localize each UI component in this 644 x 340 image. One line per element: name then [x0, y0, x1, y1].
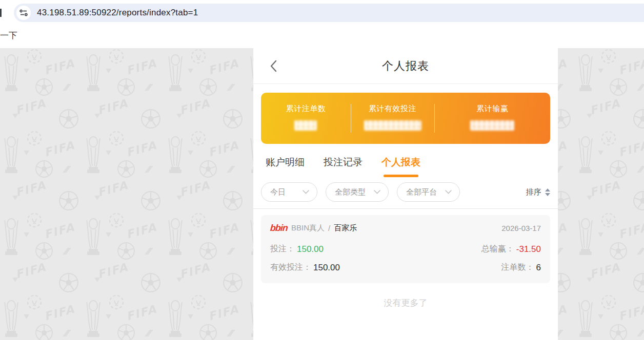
masked-value	[364, 120, 421, 131]
page-title: 个人报表	[253, 58, 558, 74]
filter-row: 今日 全部类型 全部平台 排序	[253, 177, 558, 209]
panel-header: 个人报表	[253, 48, 558, 84]
url-text[interactable]: 43.198.51.89:50922/reports/index?tab=1	[37, 8, 198, 18]
bet-value: 150.00	[297, 244, 324, 254]
browser-top-strip: 43.198.51.89:50922/reports/index?tab=1 一…	[0, 0, 644, 48]
bet-label: 投注：	[270, 244, 295, 254]
provider-info: bbin BBIN真人 / 百家乐	[270, 223, 357, 233]
report-row-card[interactable]: bbin BBIN真人 / 百家乐 2026-03-17 投注： 150.00 …	[261, 215, 550, 283]
win-loss-label: 总输赢：	[481, 244, 514, 254]
bet-count-label: 注单数：	[501, 262, 534, 273]
clipped-edge-fragment	[0, 9, 2, 17]
type-filter-label: 全部类型	[335, 187, 366, 197]
chevron-down-icon	[374, 190, 380, 194]
tab-bet-records[interactable]: 投注记录	[324, 156, 363, 177]
tab-personal-report[interactable]: 个人报表	[381, 156, 420, 177]
date-filter-label: 今日	[270, 187, 286, 197]
stat-valid-bets: 累计有效投注	[351, 104, 435, 133]
masked-value	[470, 120, 514, 131]
separator: /	[328, 224, 330, 232]
sort-button[interactable]: 排序	[526, 187, 550, 197]
report-date: 2026-03-17	[501, 224, 541, 232]
valid-bet-label: 有效投注：	[270, 262, 311, 273]
platform-filter-label: 全部平台	[406, 187, 437, 197]
stat-total-bets: 累计注单数	[261, 104, 351, 133]
valid-bet-value: 150.00	[313, 263, 340, 273]
report-list: bbin BBIN真人 / 百家乐 2026-03-17 投注： 150.00 …	[253, 209, 558, 309]
sort-label: 排序	[526, 187, 541, 197]
platform-filter-dropdown[interactable]: 全部平台	[397, 182, 460, 202]
bbin-logo: bbin	[270, 223, 288, 233]
stats-divider	[434, 104, 435, 133]
stat-label: 累计注单数	[261, 104, 351, 114]
address-bar[interactable]: 43.198.51.89:50922/reports/index?tab=1	[14, 4, 644, 22]
site-controls-icon[interactable]	[16, 6, 31, 20]
provider-name: BBIN真人	[291, 223, 325, 233]
masked-value	[294, 120, 317, 131]
personal-report-panel: 个人报表 累计注单数 累计有效投注 累计输赢 账户明细 投注记录 个人报表 今日	[253, 48, 558, 340]
bet-count-value: 6	[536, 263, 541, 273]
tab-account-details[interactable]: 账户明细	[266, 156, 305, 177]
stat-label: 累计输赢	[434, 104, 550, 114]
stats-divider	[351, 104, 351, 133]
date-filter-dropdown[interactable]: 今日	[261, 182, 317, 202]
type-filter-dropdown[interactable]: 全部类型	[326, 182, 389, 202]
win-loss-value: -31.50	[516, 244, 541, 254]
stat-label: 累计有效投注	[351, 104, 435, 114]
list-end-text: 没有更多了	[261, 297, 550, 309]
tab-bar: 账户明细 投注记录 个人报表	[253, 144, 558, 177]
stat-win-loss: 累计输赢	[434, 104, 550, 133]
game-name: 百家乐	[334, 223, 357, 233]
chevron-down-icon	[303, 190, 309, 194]
sort-arrows-icon	[545, 188, 550, 196]
chevron-down-icon	[445, 190, 452, 194]
summary-stats-card: 累计注单数 累计有效投注 累计输赢	[261, 93, 550, 144]
partial-page-text: 一下	[0, 30, 17, 41]
